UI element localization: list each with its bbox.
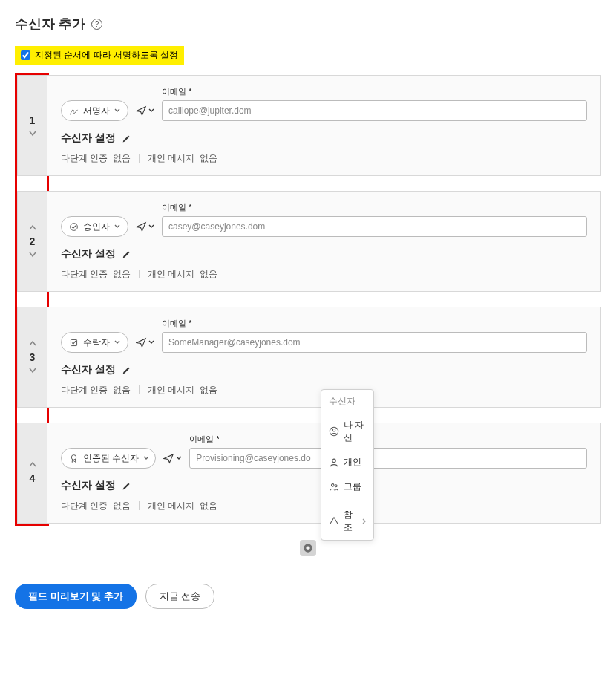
order-number: 3 (30, 351, 36, 363)
sign-in-order-label: 지정된 순서에 따라 서명하도록 설정 (35, 49, 178, 62)
plus-icon (303, 543, 313, 553)
add-recipient-button[interactable] (300, 540, 316, 556)
email-label: 이메일 * (162, 318, 587, 329)
send-now-button[interactable]: 지금 전송 (145, 584, 215, 609)
role-label: 승인자 (83, 221, 110, 233)
popup-label: 그룹 (344, 480, 361, 493)
page-title: 수신자 추가 (15, 15, 85, 33)
chevron-down-icon (143, 456, 149, 460)
recipient-settings-title: 수신자 설정 (61, 479, 116, 492)
edit-icon[interactable] (122, 250, 131, 259)
preview-fields-button[interactable]: 필드 미리보기 및 추가 (15, 584, 137, 609)
svg-point-0 (71, 223, 78, 230)
popup-label: 개인 (344, 456, 361, 469)
recipient-row: 1 서명자 (17, 75, 601, 176)
chevron-down-icon (114, 224, 120, 229)
move-up-icon[interactable] (29, 225, 36, 231)
popup-item-group[interactable]: 그룹 (321, 475, 373, 499)
delivery-method-button[interactable] (136, 332, 154, 353)
popup-label: 나 자신 (344, 419, 366, 444)
svg-point-2 (71, 454, 76, 460)
paper-plane-icon (136, 105, 147, 117)
svg-point-6 (332, 483, 335, 486)
move-up-icon[interactable] (29, 462, 36, 468)
add-recipient-popup: 수신자 나 자신 개인 그룹 (321, 389, 374, 541)
order-cell: 1 (18, 76, 47, 175)
edit-icon[interactable] (122, 365, 131, 375)
recipient-row: 4 인증된 수신자 (17, 423, 601, 524)
move-down-icon[interactable] (29, 252, 36, 258)
sign-in-order-checkbox[interactable] (21, 50, 30, 60)
popup-label: 참조 (344, 509, 358, 534)
role-select[interactable]: 승인자 (61, 216, 128, 237)
svg-point-5 (332, 459, 335, 462)
recipient-settings-meta: 다단계 인증 없음 | 개인 메시지 없음 (61, 152, 587, 165)
move-up-icon[interactable] (29, 341, 36, 347)
role-label: 서명자 (83, 105, 110, 117)
chevron-down-icon (148, 108, 154, 113)
role-select[interactable]: 서명자 (61, 100, 128, 121)
move-down-icon[interactable] (29, 131, 36, 137)
certified-recipient-icon (69, 454, 79, 463)
recipient-row: 3 수락자 (17, 307, 601, 408)
popup-header: 수신자 (321, 390, 373, 413)
order-number: 2 (30, 235, 36, 247)
recipients-column-highlight: 1 서명자 (15, 75, 601, 524)
recipient-settings-title: 수신자 설정 (61, 131, 116, 145)
order-number: 4 (30, 472, 36, 484)
cc-icon (329, 516, 339, 527)
popup-item-cc[interactable]: 참조 (321, 503, 373, 540)
help-icon[interactable]: ? (91, 19, 102, 30)
delivery-method-button[interactable] (163, 448, 182, 469)
sign-in-order-row: 지정된 순서에 따라 서명하도록 설정 (15, 46, 184, 65)
order-cell: 3 (18, 307, 47, 407)
delivery-method-button[interactable] (136, 216, 154, 237)
edit-icon[interactable] (122, 481, 131, 491)
email-input[interactable] (189, 448, 587, 469)
delivery-method-button[interactable] (136, 100, 154, 121)
chevron-down-icon (114, 340, 120, 345)
move-down-icon[interactable] (29, 368, 36, 374)
chevron-down-icon (114, 108, 120, 113)
recipient-row: 2 승인자 (17, 191, 601, 292)
signer-icon (69, 106, 79, 116)
email-label: 이메일 * (162, 86, 587, 97)
approver-icon (69, 222, 79, 232)
group-icon (329, 482, 339, 492)
popup-item-myself[interactable]: 나 자신 (321, 413, 373, 450)
role-label: 수락자 (83, 336, 110, 349)
role-select[interactable]: 인증된 수신자 (61, 448, 156, 469)
edit-icon[interactable] (122, 134, 131, 143)
role-select[interactable]: 수락자 (61, 332, 128, 353)
recipient-settings-title: 수신자 설정 (61, 363, 116, 377)
recipient-settings-title: 수신자 설정 (61, 247, 116, 261)
email-label: 이메일 * (189, 434, 587, 445)
paper-plane-icon (136, 221, 147, 232)
email-input[interactable] (162, 216, 587, 237)
paper-plane-icon (136, 337, 147, 348)
email-input[interactable] (162, 100, 587, 121)
chevron-down-icon (176, 456, 182, 460)
recipient-settings-meta: 다단계 인증 없음 | 개인 메시지 없음 (61, 268, 587, 281)
svg-point-7 (335, 484, 337, 486)
chevron-right-icon (362, 518, 366, 524)
role-label: 인증된 수신자 (83, 452, 139, 465)
order-cell: 2 (18, 192, 47, 291)
chevron-down-icon (148, 224, 154, 229)
email-input[interactable] (162, 332, 587, 353)
popup-item-individual[interactable]: 개인 (321, 450, 373, 475)
svg-point-4 (332, 429, 335, 432)
person-icon (329, 457, 339, 468)
order-cell: 4 (18, 423, 47, 523)
chevron-down-icon (148, 340, 154, 345)
acceptor-icon (69, 338, 79, 348)
myself-icon (329, 426, 339, 437)
order-number: 1 (30, 114, 36, 126)
email-label: 이메일 * (162, 202, 587, 213)
paper-plane-icon (163, 453, 174, 464)
